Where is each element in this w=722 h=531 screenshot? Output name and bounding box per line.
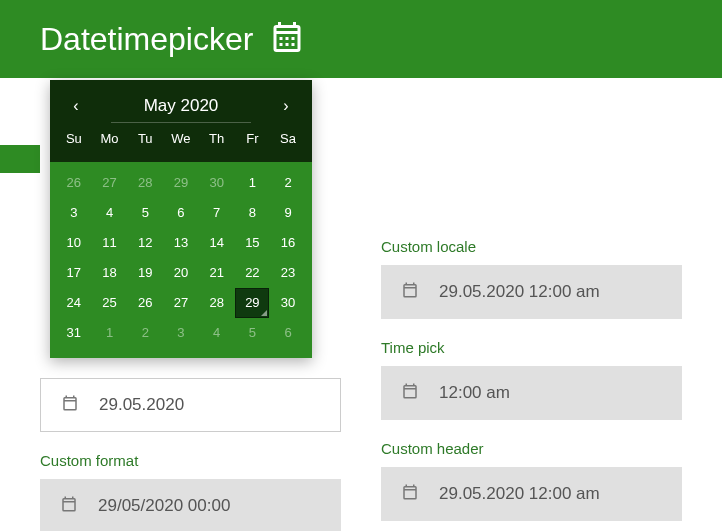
title-divider [111, 122, 251, 123]
calendar-day[interactable]: 22 [235, 258, 269, 288]
calendar-day[interactable]: 29 [235, 288, 269, 318]
calendar-icon [61, 394, 79, 416]
calendar-icon [60, 495, 78, 517]
calendar-row: 3456789 [56, 198, 306, 228]
page-title: Datetimepicker [40, 21, 253, 58]
weekday-header: Th [200, 131, 234, 146]
time-pick-value: 12:00 am [439, 383, 510, 403]
custom-header-label: Custom header [381, 440, 682, 457]
calendar-day[interactable]: 7 [200, 198, 234, 228]
calendar-day[interactable]: 13 [164, 228, 198, 258]
custom-format-input[interactable]: 29/05/2020 00:00 [40, 479, 341, 531]
calendar-day[interactable]: 28 [128, 168, 162, 198]
calendar-day[interactable]: 6 [271, 318, 305, 348]
calendar-popup: ‹ May 2020 › SuMoTuWeThFrSa 262728293012… [50, 80, 312, 358]
right-column: Custom locale 29.05.2020 12:00 am Time p… [381, 98, 682, 531]
calendar-day[interactable]: 10 [57, 228, 91, 258]
calendar-day[interactable]: 14 [200, 228, 234, 258]
time-pick-label: Time pick [381, 339, 682, 356]
calendar-day[interactable]: 26 [128, 288, 162, 318]
calendar-day[interactable]: 28 [200, 288, 234, 318]
calendar-day[interactable]: 21 [200, 258, 234, 288]
calendar-day[interactable]: 18 [93, 258, 127, 288]
calendar-day[interactable]: 27 [164, 288, 198, 318]
calendar-day[interactable]: 30 [271, 288, 305, 318]
calendar-day[interactable]: 16 [271, 228, 305, 258]
next-month-button[interactable]: › [276, 97, 296, 115]
calendar-day[interactable]: 4 [200, 318, 234, 348]
calendar-day[interactable]: 6 [164, 198, 198, 228]
weekday-header: Fr [235, 131, 269, 146]
calendar-day[interactable]: 30 [200, 168, 234, 198]
calendar-icon [269, 19, 305, 59]
calendar-day[interactable]: 24 [57, 288, 91, 318]
prev-month-button[interactable]: ‹ [66, 97, 86, 115]
calendar-day[interactable]: 26 [57, 168, 91, 198]
date-pick-input[interactable]: 29.05.2020 [40, 378, 341, 432]
calendar-day[interactable]: 3 [164, 318, 198, 348]
sidebar-stub [0, 145, 40, 173]
calendar-title[interactable]: May 2020 [144, 96, 219, 116]
weekday-row: SuMoTuWeThFrSa [50, 131, 312, 146]
calendar-icon [401, 281, 419, 303]
calendar-day[interactable]: 15 [235, 228, 269, 258]
custom-locale-value: 29.05.2020 12:00 am [439, 282, 600, 302]
calendar-day[interactable]: 3 [57, 198, 91, 228]
custom-locale-input[interactable]: 29.05.2020 12:00 am [381, 265, 682, 319]
calendar-day[interactable]: 2 [271, 168, 305, 198]
calendar-header: ‹ May 2020 › SuMoTuWeThFrSa [50, 80, 312, 162]
calendar-row: 10111213141516 [56, 228, 306, 258]
calendar-row: 17181920212223 [56, 258, 306, 288]
weekday-header: Su [57, 131, 91, 146]
calendar-day[interactable]: 31 [57, 318, 91, 348]
calendar-day[interactable]: 2 [128, 318, 162, 348]
weekday-header: Mo [93, 131, 127, 146]
custom-locale-label: Custom locale [381, 238, 682, 255]
custom-header-value: 29.05.2020 12:00 am [439, 484, 600, 504]
calendar-row: 31123456 [56, 318, 306, 348]
calendar-icon [401, 483, 419, 505]
calendar-day[interactable]: 19 [128, 258, 162, 288]
app-header: Datetimepicker [0, 0, 722, 78]
calendar-day[interactable]: 5 [128, 198, 162, 228]
calendar-day[interactable]: 20 [164, 258, 198, 288]
calendar-day[interactable]: 17 [57, 258, 91, 288]
top-spacer [381, 98, 682, 218]
calendar-row: 24252627282930 [56, 288, 306, 318]
popup-tail [76, 350, 92, 366]
weekday-header: We [164, 131, 198, 146]
calendar-day[interactable]: 5 [235, 318, 269, 348]
calendar-day[interactable]: 1 [235, 168, 269, 198]
calendar-day[interactable]: 4 [93, 198, 127, 228]
weekday-header: Sa [271, 131, 305, 146]
calendar-day[interactable]: 11 [93, 228, 127, 258]
calendar-day[interactable]: 12 [128, 228, 162, 258]
calendar-day[interactable]: 8 [235, 198, 269, 228]
calendar-day[interactable]: 23 [271, 258, 305, 288]
calendar-day[interactable]: 9 [271, 198, 305, 228]
calendar-day[interactable]: 1 [93, 318, 127, 348]
custom-format-label: Custom format [40, 452, 341, 469]
weekday-header: Tu [128, 131, 162, 146]
date-pick-value: 29.05.2020 [99, 395, 184, 415]
calendar-icon [401, 382, 419, 404]
time-pick-input[interactable]: 12:00 am [381, 366, 682, 420]
custom-header-input[interactable]: 29.05.2020 12:00 am [381, 467, 682, 521]
calendar-day[interactable]: 29 [164, 168, 198, 198]
calendar-grid: 2627282930123456789101112131415161718192… [50, 162, 312, 358]
calendar-day[interactable]: 27 [93, 168, 127, 198]
calendar-day[interactable]: 25 [93, 288, 127, 318]
custom-format-value: 29/05/2020 00:00 [98, 496, 230, 516]
calendar-row: 262728293012 [56, 168, 306, 198]
